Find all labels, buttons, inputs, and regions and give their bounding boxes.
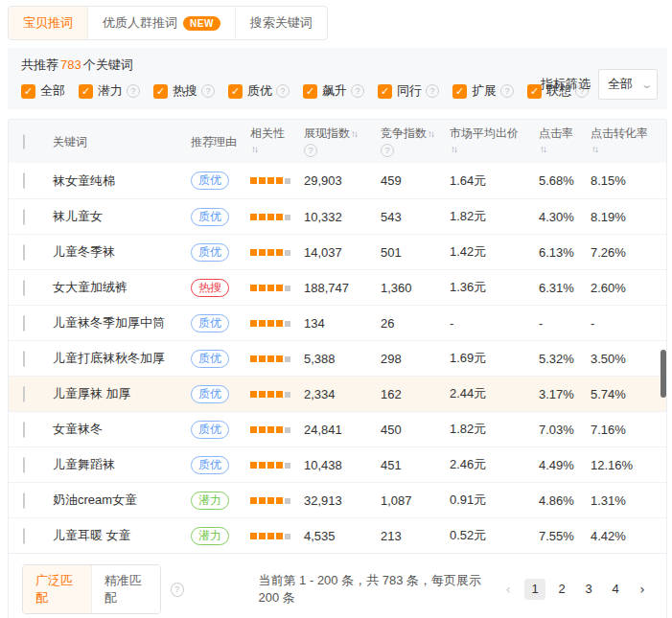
help-icon[interactable]: ? <box>381 144 394 157</box>
col-impression: 展现指数↑↓ ? <box>304 126 381 157</box>
row-checkbox-cell <box>9 423 53 437</box>
keyword-cell: 儿童舞蹈袜 <box>53 456 191 473</box>
impression-cell: 4,535 <box>304 529 381 543</box>
sort-icon[interactable]: ↑↓ <box>251 144 257 154</box>
table-row: 儿童打底袜秋冬加厚质优5,3882981.69元5.32%3.50% <box>9 340 666 376</box>
relevance-bar-filled <box>276 426 283 433</box>
row-checkbox-cell <box>9 210 53 224</box>
filter-checkbox-item[interactable]: ✓热搜? <box>153 82 215 100</box>
relevance-bar-filled <box>259 320 266 327</box>
checkbox-checked-icon[interactable]: ✓ <box>21 84 35 99</box>
row-checkbox[interactable] <box>23 280 25 296</box>
row-checkbox[interactable] <box>23 315 25 332</box>
row-checkbox[interactable] <box>23 386 25 402</box>
match-type-group: 广泛匹配 精准匹配 <box>22 564 161 614</box>
page-button[interactable]: 4 <box>605 579 626 600</box>
prev-page-button[interactable]: ‹ <box>498 579 519 600</box>
relevance-bar-filled <box>250 355 257 362</box>
filter-checkbox-item[interactable]: ✓飙升? <box>303 82 364 100</box>
scrollbar-thumb[interactable] <box>660 350 666 398</box>
table-row: 儿童厚袜 加厚质优2,3341622.44元3.17%5.74% <box>9 376 666 411</box>
checkbox-checked-icon[interactable]: ✓ <box>303 84 317 99</box>
help-icon[interactable]: ? <box>127 84 140 98</box>
page-button[interactable]: 2 <box>551 579 572 600</box>
help-icon[interactable]: ? <box>304 144 317 157</box>
row-checkbox[interactable] <box>23 528 25 544</box>
table-row: 儿童袜冬季加厚中筒质优13426--- <box>9 305 666 340</box>
checkbox-checked-icon[interactable]: ✓ <box>228 84 243 99</box>
reason-cell: 质优 <box>191 385 250 403</box>
metric-filter: 指标筛选 全部 ⌄ <box>541 69 658 100</box>
row-checkbox[interactable] <box>23 244 25 261</box>
help-icon[interactable]: ? <box>351 84 364 98</box>
sort-icon[interactable]: ↑↓ <box>351 128 357 139</box>
row-checkbox[interactable] <box>23 351 25 367</box>
impression-cell: 24,841 <box>304 423 381 437</box>
impression-cell: 14,037 <box>304 245 381 260</box>
page-button[interactable]: 1 <box>524 579 545 600</box>
tab-crowd-recommend[interactable]: 优质人群推词 NEW <box>87 7 235 39</box>
filter-checkbox-item[interactable]: ✓同行? <box>378 82 439 100</box>
row-checkbox[interactable] <box>23 422 25 438</box>
relevance-bar-filled <box>276 391 283 398</box>
impression-cell: 32,913 <box>304 493 381 508</box>
sort-icon[interactable]: ↑↓ <box>428 128 433 139</box>
checkbox-checked-icon[interactable]: ✓ <box>378 84 392 99</box>
row-checkbox[interactable] <box>23 457 25 473</box>
filter-checkbox-item[interactable]: ✓潜力? <box>79 82 140 100</box>
row-checkbox[interactable] <box>23 172 25 189</box>
col-avg-bid: 市场平均出价 ↑↓ <box>450 126 539 157</box>
sort-icon[interactable]: ↑↓ <box>591 144 597 154</box>
relevance-bars <box>250 462 300 469</box>
filter-checkbox-item[interactable]: ✓扩展? <box>452 82 514 100</box>
keyword-cell: 儿童冬季袜 <box>53 243 191 261</box>
cvr-cell: 8.15% <box>591 173 666 188</box>
table-row: 袜儿童女质优10,3325431.82元4.30%8.19% <box>9 198 666 234</box>
keyword-cell: 女童袜冬 <box>53 421 191 438</box>
reason-cell: 质优 <box>191 456 250 474</box>
page-button[interactable]: 3 <box>578 579 599 600</box>
row-checkbox-cell <box>9 493 53 508</box>
col-ctr-label: 点击率 <box>539 126 587 141</box>
tab-search-keyword[interactable]: 搜索关键词 <box>235 7 327 39</box>
help-icon[interactable]: ? <box>500 84 514 98</box>
filter-checkbox-item[interactable]: ✓全部 <box>21 82 65 100</box>
row-checkbox[interactable] <box>23 209 25 225</box>
help-icon[interactable]: ? <box>426 84 439 98</box>
reason-badge: 质优 <box>191 243 229 262</box>
help-icon[interactable]: ? <box>276 84 290 98</box>
relevance-bar-filled <box>259 249 266 256</box>
broad-match-button[interactable]: 广泛匹配 <box>23 565 91 613</box>
exact-match-button[interactable]: 精准匹配 <box>91 565 160 613</box>
table-row: 儿童舞蹈袜质优10,4384512.46元4.49%12.16% <box>9 446 666 482</box>
select-all-checkbox[interactable] <box>23 134 25 149</box>
sort-icon[interactable]: ↑↓ <box>451 144 456 154</box>
checkbox-checked-icon[interactable]: ✓ <box>452 84 467 99</box>
cvr-cell: 7.26% <box>591 245 666 260</box>
checkbox-checked-icon[interactable]: ✓ <box>527 84 542 99</box>
table-row: 儿童耳暖 女童潜力4,5352130.52元7.55%4.42% <box>9 517 666 553</box>
relevance-bar-empty <box>285 321 290 327</box>
cvr-cell: 8.19% <box>591 210 666 224</box>
ctr-cell: 7.03% <box>539 423 591 437</box>
competition-cell: 543 <box>381 210 450 224</box>
competition-cell: 450 <box>381 423 450 437</box>
tab-item-recommend[interactable]: 宝贝推词 <box>9 7 87 39</box>
tab-bar: 宝贝推词 优质人群推词 NEW 搜索关键词 <box>8 6 328 40</box>
filter-checkbox-item[interactable]: ✓质优? <box>228 82 290 100</box>
checkbox-checked-icon[interactable]: ✓ <box>79 84 93 99</box>
metric-filter-select[interactable]: 全部 ⌄ <box>598 69 658 100</box>
next-page-button[interactable]: › <box>632 579 653 600</box>
help-icon[interactable]: ? <box>201 84 215 98</box>
help-icon[interactable]: ? <box>171 583 184 597</box>
chevron-down-icon: ⌄ <box>640 79 653 91</box>
keyword-cell: 袜女童纯棉 <box>53 172 191 190</box>
impression-cell: 134 <box>304 316 381 331</box>
row-checkbox[interactable] <box>23 492 25 509</box>
tab-label: 搜索关键词 <box>250 14 313 32</box>
checkbox-checked-icon[interactable]: ✓ <box>153 84 168 99</box>
keyword-cell: 儿童耳暖 女童 <box>53 527 191 544</box>
avg-bid-cell: 2.44元 <box>450 385 539 402</box>
reason-cell: 潜力 <box>191 492 250 510</box>
sort-icon[interactable]: ↑↓ <box>540 144 545 154</box>
